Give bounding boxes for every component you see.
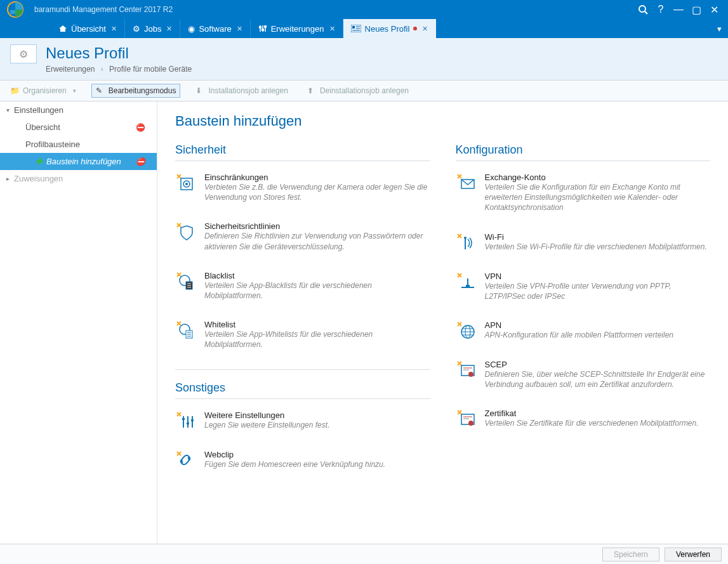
module-webclip[interactable]: WebclipFügen Sie dem Homescreen eine Ver… xyxy=(175,450,430,470)
module-exchange[interactable]: Exchange-KontoVerteilen Sie die Konfigur… xyxy=(456,173,711,213)
restrictions-icon xyxy=(175,173,195,193)
search-icon[interactable] xyxy=(634,1,652,18)
tab-close-icon[interactable]: ✕ xyxy=(237,25,242,33)
uninstall-job-button: ⬆ Deinstallationsjob anlegen xyxy=(303,84,413,97)
certificate-icon xyxy=(456,360,476,380)
editmode-button[interactable]: ✎ Bearbeitungsmodus xyxy=(91,84,181,98)
vpn-icon xyxy=(456,272,476,292)
svg-rect-33 xyxy=(191,419,194,421)
svg-point-9 xyxy=(264,26,266,28)
svg-point-48 xyxy=(468,372,473,377)
module-title: Sicherheitsrichtlinien xyxy=(204,221,430,231)
wifi-icon xyxy=(456,232,476,252)
sidebar-item-baustein-add[interactable]: ✚ Baustein hinzufügen ⛔ xyxy=(0,153,157,170)
sidebar-item-uebersicht[interactable]: Übersicht ⛔ xyxy=(0,119,157,136)
svg-point-8 xyxy=(261,29,263,31)
certificate-icon xyxy=(456,409,476,429)
tab-jobs[interactable]: ⚙ Jobs ✕ xyxy=(125,19,180,38)
sliders-icon xyxy=(258,24,267,33)
svg-point-17 xyxy=(185,183,188,185)
sidebar-label: Baustein hinzufügen xyxy=(46,157,121,166)
button-label: Speichern xyxy=(614,550,648,559)
tab-erweiterungen[interactable]: Erweiterungen ✕ xyxy=(251,19,343,38)
collapse-icon: ▾ xyxy=(6,107,14,114)
sidebar-label: Zuweisungen xyxy=(14,174,63,183)
module-desc: Verteilen Sie App-Blacklists für die ver… xyxy=(204,280,430,301)
tab-label: Übersicht xyxy=(71,24,106,34)
tab-close-icon[interactable]: ✕ xyxy=(111,25,117,33)
module-weitere-einstellungen[interactable]: Weitere EinstellungenLegen Sie weitere E… xyxy=(175,410,430,431)
tab-close-icon[interactable]: ✕ xyxy=(329,25,335,33)
sidebar-item-profilbausteine[interactable]: Profilbausteine xyxy=(0,136,157,153)
module-zertifikat[interactable]: ZertifikatVerteilen Sie Zertifikate für … xyxy=(456,409,711,429)
whitelist-icon xyxy=(175,320,195,340)
module-title: Zertifikat xyxy=(485,409,699,418)
sidebar-item-einstellungen[interactable]: ▾ Einstellungen xyxy=(0,102,157,119)
module-title: Exchange-Konto xyxy=(485,173,711,182)
module-desc: Verteilen Sie die Konfiguration für ein … xyxy=(485,182,711,213)
module-einschraenkungen[interactable]: EinschränkungenVerbieten Sie z.B. die Ve… xyxy=(175,173,430,202)
module-vpn[interactable]: VPNVerteilen Sie VPN-Profile unter Verwe… xyxy=(456,272,711,301)
tab-close-icon[interactable]: ✕ xyxy=(166,25,172,33)
discard-button[interactable]: Verwerfen xyxy=(665,548,722,561)
dirty-indicator-icon xyxy=(413,27,417,30)
module-apn[interactable]: APNAPN-Konfiguration für alle mobilen Pl… xyxy=(456,320,711,341)
titlebar: baramundi Management Center 2017 R2 ? — … xyxy=(0,0,728,19)
svg-rect-32 xyxy=(187,423,189,424)
footer: Speichern Verwerfen xyxy=(0,544,728,564)
section-heading: Sicherheit xyxy=(175,143,430,161)
tab-label: Software xyxy=(199,24,231,34)
button-label: Verwerfen xyxy=(676,550,710,559)
sidebar-label: Profilbausteine xyxy=(25,140,80,149)
tabstrip: Übersicht ✕ ⚙ Jobs ✕ ◉ Software ✕ Erweit… xyxy=(0,19,728,38)
breadcrumb: Erweiterungen › Profile für mobile Gerät… xyxy=(46,65,718,74)
profile-large-icon xyxy=(10,44,37,63)
page-title: Neues Profil xyxy=(46,44,718,62)
toolbar-label: Bearbeitungsmodus xyxy=(109,86,176,95)
minimize-icon[interactable]: — xyxy=(670,1,687,18)
module-desc: Verteilen Sie Zertifikate für die versch… xyxy=(485,418,699,428)
tab-neues-profil[interactable]: Neues Profil ✕ xyxy=(343,19,437,38)
module-wifi[interactable]: Wi-FiVerteilen Sie Wi-Fi-Profile für die… xyxy=(456,232,711,252)
page-header: Neues Profil Erweiterungen › Profile für… xyxy=(0,38,728,80)
sliders-icon xyxy=(175,410,195,431)
module-whitelist[interactable]: WhitelistVerteilen Sie App-Whitelists fü… xyxy=(175,320,430,350)
plus-icon: ✚ xyxy=(36,157,43,166)
tab-label: Erweiterungen xyxy=(271,24,324,34)
close-icon[interactable]: ✕ xyxy=(705,1,723,18)
module-title: Webclip xyxy=(204,450,385,459)
module-scep[interactable]: SCEPDefinieren Sie, über welche SCEP-Sch… xyxy=(456,360,711,390)
organize-button[interactable]: 📁 Organisieren xyxy=(6,84,80,97)
module-sicherheitsrichtlinien[interactable]: SicherheitsrichtlinienDefinieren Sie Ric… xyxy=(175,221,430,251)
module-blacklist[interactable]: BlacklistVerteilen Sie App-Blacklists fü… xyxy=(175,271,430,301)
svg-rect-39 xyxy=(466,285,470,287)
folder-icon: 📁 xyxy=(10,86,19,95)
tab-close-icon[interactable]: ✕ xyxy=(422,25,428,33)
module-title: Whitelist xyxy=(204,320,430,329)
sidebar-label: Übersicht xyxy=(25,122,60,132)
svg-point-36 xyxy=(464,237,467,239)
module-title: Einschränkungen xyxy=(204,173,430,182)
breadcrumb-item[interactable]: Profile für mobile Geräte xyxy=(109,65,192,74)
tab-software[interactable]: ◉ Software ✕ xyxy=(180,19,250,38)
edit-icon: ✎ xyxy=(96,86,105,95)
sidebar-item-zuweisungen[interactable]: ▸ Zuweisungen xyxy=(0,170,157,187)
svg-point-2 xyxy=(639,6,645,12)
link-icon xyxy=(175,450,195,470)
breadcrumb-item[interactable]: Erweiterungen xyxy=(46,65,95,74)
app-logo xyxy=(5,1,25,18)
tab-label: Jobs xyxy=(144,24,161,34)
help-icon[interactable]: ? xyxy=(652,1,670,18)
maximize-icon[interactable]: ▢ xyxy=(687,1,705,18)
svg-point-7 xyxy=(259,27,261,29)
module-desc: Verteilen Sie VPN-Profile unter Verwendu… xyxy=(485,281,711,301)
toolbar: 📁 Organisieren ✎ Bearbeitungsmodus ⬇ Ins… xyxy=(0,80,728,102)
warning-icon: ⛔ xyxy=(136,123,145,132)
module-desc: APN-Konfiguration für alle mobilen Platt… xyxy=(485,330,673,340)
module-desc: Definieren Sie, über welche SCEP-Schnitt… xyxy=(485,369,711,390)
tab-overflow-icon[interactable]: ▾ xyxy=(711,19,728,38)
toolbar-label: Organisieren xyxy=(23,86,67,95)
sidebar: ▾ Einstellungen Übersicht ⛔ Profilbauste… xyxy=(0,102,157,544)
tab-uebersicht[interactable]: Übersicht ✕ xyxy=(51,19,125,38)
toolbar-label: Installationsjob anlegen xyxy=(208,86,288,95)
